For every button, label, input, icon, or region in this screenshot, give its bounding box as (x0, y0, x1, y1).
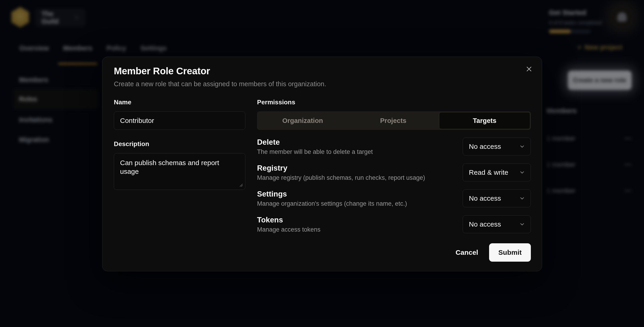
submit-button[interactable]: Submit (489, 243, 531, 262)
close-button[interactable] (524, 64, 534, 74)
registry-access-select[interactable]: Read & write (463, 163, 531, 181)
member-role-creator-dialog: Member Role Creator Create a new role th… (102, 57, 542, 271)
tab-organization[interactable]: Organization (257, 112, 348, 130)
form-right-column: Permissions Organization Projects Target… (257, 99, 531, 233)
select-value: No access (469, 143, 501, 150)
chevron-down-icon (519, 144, 525, 150)
role-form: Name Description Can publish schemas and… (114, 99, 530, 262)
permission-rows: Delete The member will be able to delete… (257, 138, 531, 233)
dialog-title: Member Role Creator (114, 66, 530, 76)
cancel-button[interactable]: Cancel (450, 243, 483, 262)
permission-row-tokens: Tokens Manage access tokens No access (257, 215, 531, 233)
role-name-input[interactable] (114, 111, 245, 130)
permissions-scope-tabs: Organization Projects Targets (257, 111, 531, 130)
permission-description: Manage access tokens (257, 226, 320, 233)
close-icon (526, 66, 532, 73)
form-left-column: Name Description Can publish schemas and… (114, 99, 245, 233)
permission-row-settings: Settings Manage organization's settings … (257, 189, 531, 207)
select-value: Read & write (469, 169, 508, 176)
description-field-wrap: Can publish schemas and report usage (114, 153, 245, 191)
permission-description: The member will be able to delete a targ… (257, 148, 373, 155)
select-value: No access (469, 220, 501, 228)
dialog-footer: Cancel Submit (114, 243, 531, 262)
role-description-textarea[interactable]: Can publish schemas and report usage (114, 153, 245, 190)
dialog-subtitle: Create a new role that can be assigned t… (114, 80, 530, 88)
select-value: No access (469, 194, 501, 202)
resize-handle-icon[interactable] (238, 183, 243, 188)
chevron-down-icon (519, 195, 525, 201)
chevron-down-icon (519, 169, 525, 175)
permission-title: Tokens (257, 215, 320, 225)
settings-access-select[interactable]: No access (463, 189, 531, 207)
permission-title: Settings (257, 189, 407, 199)
permissions-label: Permissions (257, 99, 531, 106)
permission-row-registry: Registry Manage registry (publish schema… (257, 163, 531, 181)
permission-description: Manage registry (publish schemas, run ch… (257, 174, 425, 181)
permission-row-delete: Delete The member will be able to delete… (257, 138, 531, 155)
permission-description: Manage organization's settings (change i… (257, 200, 407, 207)
tab-projects[interactable]: Projects (348, 112, 438, 130)
tokens-access-select[interactable]: No access (463, 215, 531, 233)
delete-access-select[interactable]: No access (463, 138, 531, 155)
permission-title: Delete (257, 138, 373, 147)
name-label: Name (114, 99, 245, 106)
description-label: Description (114, 140, 245, 148)
permission-title: Registry (257, 163, 425, 173)
chevron-down-icon (519, 221, 525, 227)
tab-targets[interactable]: Targets (439, 112, 530, 129)
